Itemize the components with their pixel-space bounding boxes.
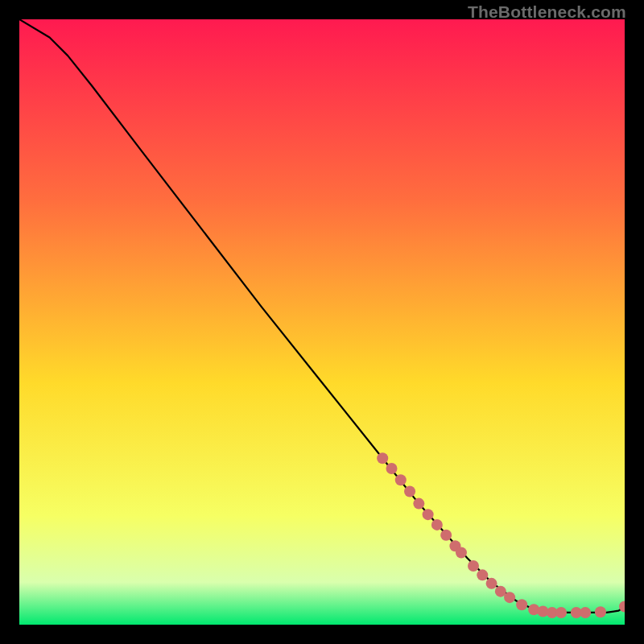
data-marker	[486, 578, 497, 589]
data-marker	[516, 599, 527, 610]
data-marker	[440, 530, 452, 541]
data-marker	[404, 486, 415, 497]
data-marker	[468, 560, 479, 572]
attribution-text: TheBottleneck.com	[468, 2, 626, 22]
data-marker	[555, 607, 567, 618]
chart-plot-area	[19, 19, 625, 625]
data-marker	[431, 519, 443, 530]
data-marker	[477, 569, 488, 580]
data-marker	[580, 607, 591, 618]
data-marker	[413, 498, 424, 510]
data-marker	[423, 509, 434, 520]
data-marker	[377, 452, 388, 464]
data-marker	[504, 592, 515, 603]
data-marker	[456, 547, 467, 559]
data-marker	[386, 463, 397, 474]
chart-stage: TheBottleneck.com	[0, 0, 644, 644]
data-marker	[395, 474, 407, 485]
chart-svg	[19, 19, 625, 625]
data-marker	[595, 606, 606, 617]
